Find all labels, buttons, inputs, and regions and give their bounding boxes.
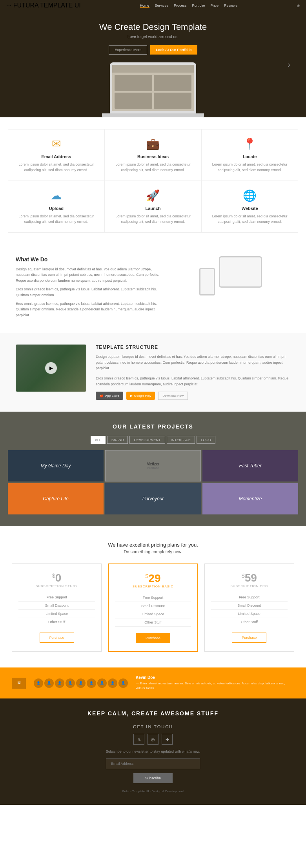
nav-portfolio[interactable]: Portfolio	[192, 4, 205, 8]
hero-next-arrow[interactable]: ›	[288, 60, 290, 69]
projects-content: OUR LATEST PROJECTS ALL BRAND DEVELOPMEN…	[8, 423, 298, 514]
feature-email-desc: Lorem ipsum dolor sit amet, sed dia cons…	[15, 162, 98, 173]
laptop-screen	[112, 65, 194, 111]
laptop-block-4	[154, 93, 191, 109]
launch-icon: 🚀	[111, 189, 195, 202]
feature-launch-desc: Lorem ipsum dolor sit amet, sed dia cons…	[111, 214, 195, 224]
project-purvoyour[interactable]: Purvoyour	[105, 483, 201, 514]
pricing-tagline: We have excellent pricing plans for you.	[12, 542, 294, 548]
feature-2: Small Discount	[18, 602, 95, 610]
nav-logo: ··· FUTURA TEMPLATE UI	[6, 2, 81, 9]
footer-cta-section: KEEP CALM, CREATE AWESOME STUFF GET IN T…	[0, 698, 306, 805]
project-momentize[interactable]: Momentize	[202, 483, 298, 514]
purchase-pro-button[interactable]: Purchase	[232, 633, 266, 643]
googleplus-button[interactable]: ✚	[162, 734, 173, 745]
appstore-button[interactable]: 🍎 App Store	[96, 392, 123, 400]
email-input[interactable]	[106, 758, 200, 769]
avatar-2: 👤	[44, 678, 54, 688]
device-mockup	[199, 256, 262, 295]
locate-icon: 📍	[208, 137, 291, 150]
footer-contact-title: GET IN TOUCH	[8, 724, 298, 729]
laptop-block-2	[154, 75, 191, 91]
project-capturelife[interactable]: Capture Life	[8, 483, 104, 514]
testimonial-text: Kevin Doe — Enim labreet molestiae nam a…	[136, 675, 294, 691]
price-basic-features: Free Support Small Discount Limited Spac…	[115, 594, 191, 627]
hero-title: We Create Design Template	[8, 22, 298, 32]
feature-locate: 📍 Locate Lorem ipsum dolor sit amet, sed…	[201, 129, 298, 181]
footer-copyright: Futura Template UI · Design & Developmen…	[8, 790, 298, 793]
wwd-device-visual	[171, 256, 290, 295]
features-grid: ✉ Email Address Lorem ipsum dolor sit am…	[8, 129, 298, 233]
filter-brand[interactable]: BRAND	[107, 436, 128, 444]
filter-interface[interactable]: INTERFACE	[167, 436, 195, 444]
ts-image: ▶	[16, 345, 86, 392]
project-metizer[interactable]: Metizer Interface	[105, 450, 201, 481]
feature-email: ✉ Email Address Lorem ipsum dolor sit am…	[8, 129, 105, 181]
testimonial-author: Kevin Doe	[136, 675, 294, 680]
nav-process[interactable]: Process	[174, 4, 187, 8]
feature-2: Small Discount	[115, 602, 191, 610]
feature-website-title: Website	[208, 206, 291, 211]
nav-price[interactable]: Price	[211, 4, 219, 8]
wwd-title: What We Do	[16, 256, 159, 263]
purchase-basic-button[interactable]: Purchase	[136, 633, 170, 643]
price-pro-amount: $59	[211, 572, 288, 584]
experience-more-button[interactable]: Experience More	[109, 45, 147, 55]
feature-2: Small Discount	[211, 602, 288, 610]
googleplay-button[interactable]: ▶ Google Play	[126, 392, 155, 400]
feature-locate-title: Locate	[208, 154, 291, 159]
feature-4: Other Stuff	[211, 618, 288, 626]
nav-search-icon[interactable]: ⊕	[297, 4, 300, 8]
purchase-study-button[interactable]: Purchase	[40, 633, 74, 643]
nav-home[interactable]: Home	[140, 4, 149, 8]
portfolio-button[interactable]: Look At Our Portfolio	[150, 45, 197, 55]
nav-reviews[interactable]: Reviews	[224, 4, 237, 8]
wwd-para-3: Eros omnis graeco lsem cs, pathoque vis …	[16, 301, 159, 318]
filter-development[interactable]: DEVELOPMENT	[129, 436, 165, 444]
feature-1: Free Support	[211, 593, 288, 602]
nav-services[interactable]: Services	[155, 4, 169, 8]
price-pro-label: SUBSCRIPTION PRO	[211, 584, 288, 588]
features-section: ✉ Email Address Lorem ipsum dolor sit am…	[0, 117, 306, 244]
tablet-device	[219, 256, 262, 288]
subscribe-button[interactable]: Subscribe	[133, 773, 173, 783]
nav-links: Home Services Process Portfolio Price Re…	[140, 4, 238, 8]
website-icon: 🌐	[208, 189, 291, 202]
email-icon: ✉	[15, 137, 98, 150]
price-basic: $29 SUBSCRIPTION BASIC Free Support Smal…	[108, 563, 198, 652]
feature-launch-title: Launch	[111, 206, 195, 211]
upload-icon: ☁	[15, 189, 98, 202]
price-basic-amount: $29	[115, 572, 191, 585]
price-study-features: Free Support Small Discount Limited Spac…	[18, 593, 95, 626]
pricing-sub: Do something completely new.	[12, 549, 294, 554]
project-mygameday[interactable]: My Game Day	[8, 450, 104, 481]
pricing-section: We have excellent pricing plans for you.…	[0, 526, 306, 667]
price-basic-label: SUBSCRIPTION BASIC	[115, 585, 191, 588]
play-button[interactable]: ▶	[45, 362, 57, 374]
navbar: ··· FUTURA TEMPLATE UI Home Services Pro…	[0, 0, 306, 11]
testimonial-quote: — Enim labreet molestiae nam an. Sele om…	[136, 681, 294, 691]
avatar-4: 👤	[66, 678, 75, 688]
avatar-7: 👤	[97, 678, 107, 688]
laptop-block-1	[115, 75, 152, 91]
instagram-button[interactable]: ◎	[148, 734, 158, 745]
project-fasttuber[interactable]: Fast Tuber	[202, 450, 298, 481]
feature-upload-desc: Lorem ipsum dolor sit amet, sed dia cons…	[15, 214, 98, 224]
price-study-label: SUBSCRIPTION STUDY	[18, 584, 95, 588]
twitter-button[interactable]: 𝕏	[133, 734, 144, 745]
feature-business-title: Business Ideas	[111, 154, 195, 159]
social-links: 𝕏 ◎ ✚	[8, 734, 298, 745]
feature-launch: 🚀 Launch Lorem ipsum dolor sit amet, sed…	[105, 181, 202, 233]
feature-website: 🌐 Website Lorem ipsum dolor sit amet, se…	[201, 181, 298, 233]
testimonial-logo: 🖼	[12, 678, 26, 689]
ts-content: TEMPLATE STRUCTURE Design equatem laorqu…	[96, 345, 290, 400]
pricing-grid: $0 SUBSCRIPTION STUDY Free Support Small…	[12, 563, 294, 652]
price-pro-features: Free Support Small Discount Limited Spac…	[211, 593, 288, 626]
filter-logo[interactable]: LOGO	[197, 436, 215, 444]
feature-4: Other Stuff	[115, 618, 191, 627]
download-button[interactable]: Download Now	[158, 392, 188, 400]
filter-all[interactable]: ALL	[91, 436, 106, 444]
feature-locate-desc: Lorem ipsum dolor sit amet, sed dia cons…	[208, 162, 291, 173]
ts-para-2: Eros omnis graeco lsem cs, pathoque vis …	[96, 376, 290, 387]
what-we-do-section: What We Do Design equatem laorque id dos…	[0, 244, 306, 333]
